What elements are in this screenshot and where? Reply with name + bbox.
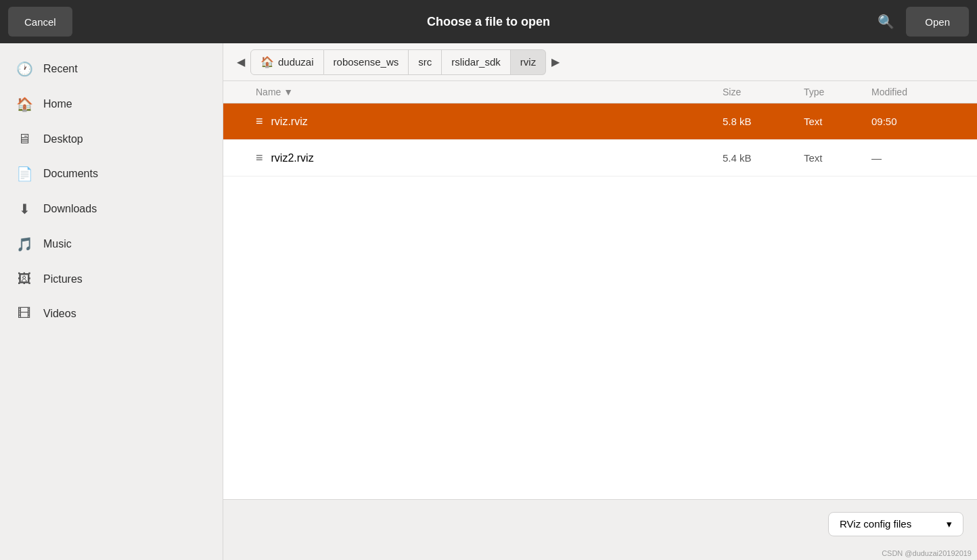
sidebar-item-documents[interactable]: 📄 Documents xyxy=(0,156,223,191)
file-modified-cell: — xyxy=(871,152,966,164)
desktop-icon: 🖥 xyxy=(16,131,32,147)
forward-button[interactable]: ▶ xyxy=(546,51,565,72)
content-area: ◀ 🏠 duduzai robosense_ws src rslidar_sdk… xyxy=(223,43,977,560)
open-button[interactable]: Open xyxy=(906,7,969,37)
back-button[interactable]: ◀ xyxy=(231,51,250,72)
sidebar-label-home: Home xyxy=(43,98,72,110)
column-modified-label: Modified xyxy=(871,87,907,97)
file-document-icon: ≡ xyxy=(256,114,263,129)
header-left: Cancel xyxy=(8,7,72,37)
sidebar-label-pictures: Pictures xyxy=(43,273,83,285)
breadcrumb-src-segment[interactable]: src xyxy=(409,49,442,75)
header-right: 🔍 Open xyxy=(871,7,969,37)
watermark: CSDN @duduzai20192019 xyxy=(223,548,977,560)
sidebar-label-videos: Videos xyxy=(43,308,76,320)
recent-icon: 🕐 xyxy=(16,61,32,77)
column-name-header[interactable]: Name ▼ xyxy=(256,87,723,97)
file-type-dropdown[interactable]: RViz config files ▾ xyxy=(828,512,963,536)
breadcrumb-home-label: duduzai xyxy=(278,56,314,68)
search-icon: 🔍 xyxy=(878,14,894,30)
sidebar-label-downloads: Downloads xyxy=(43,203,97,215)
sidebar-item-music[interactable]: 🎵 Music xyxy=(0,227,223,262)
breadcrumb-rslidar-segment[interactable]: rslidar_sdk xyxy=(442,49,511,75)
breadcrumb-rslidar-label: rslidar_sdk xyxy=(451,56,501,68)
file-modified-cell: 09:50 xyxy=(871,116,966,127)
breadcrumb-home-segment[interactable]: 🏠 duduzai xyxy=(250,49,324,75)
footer: RViz config files ▾ xyxy=(223,499,977,548)
documents-icon: 📄 xyxy=(16,166,32,182)
dropdown-chevron-icon: ▾ xyxy=(947,518,952,530)
column-size-header[interactable]: Size xyxy=(723,87,804,97)
table-row[interactable]: ≡ rviz.rviz 5.8 kB Text 09:50 xyxy=(223,103,977,140)
breadcrumb-robosense-label: robosense_ws xyxy=(334,56,399,68)
table-row[interactable]: ≡ rviz2.rviz 5.4 kB Text — xyxy=(223,140,977,177)
sidebar-label-documents: Documents xyxy=(43,168,98,180)
file-list-header: Name ▼ Size Type Modified xyxy=(223,81,977,103)
sidebar-item-videos[interactable]: 🎞 Videos xyxy=(0,296,223,331)
sidebar-item-recent[interactable]: 🕐 Recent xyxy=(0,51,223,87)
main-body: 🕐 Recent 🏠 Home 🖥 Desktop 📄 Documents ⬇ … xyxy=(0,43,977,560)
sidebar: 🕐 Recent 🏠 Home 🖥 Desktop 📄 Documents ⬇ … xyxy=(0,43,223,560)
home-icon: 🏠 xyxy=(16,96,32,112)
column-type-header[interactable]: Type xyxy=(804,87,871,97)
sort-icon: ▼ xyxy=(283,87,293,97)
sidebar-item-desktop[interactable]: 🖥 Desktop xyxy=(0,122,223,156)
search-button[interactable]: 🔍 xyxy=(871,7,901,37)
column-name-label: Name xyxy=(256,87,281,97)
breadcrumb-rviz-label: rviz xyxy=(520,56,536,68)
music-icon: 🎵 xyxy=(16,236,32,252)
sidebar-item-pictures[interactable]: 🖼 Pictures xyxy=(0,262,223,296)
file-dialog: Cancel Choose a file to open 🔍 Open 🕐 Re… xyxy=(0,0,977,560)
back-icon: ◀ xyxy=(237,55,245,68)
breadcrumb-robosense-segment[interactable]: robosense_ws xyxy=(324,49,409,75)
column-size-label: Size xyxy=(723,87,741,97)
cancel-button[interactable]: Cancel xyxy=(8,7,72,37)
file-type-label: RViz config files xyxy=(840,518,911,530)
dialog-title: Choose a file to open xyxy=(427,15,550,29)
file-size-cell: 5.8 kB xyxy=(723,116,804,127)
home-breadcrumb-icon: 🏠 xyxy=(260,55,274,68)
sidebar-item-downloads[interactable]: ⬇ Downloads xyxy=(0,191,223,227)
breadcrumb-bar: ◀ 🏠 duduzai robosense_ws src rslidar_sdk… xyxy=(223,43,977,81)
sidebar-item-home[interactable]: 🏠 Home xyxy=(0,87,223,122)
sidebar-label-music: Music xyxy=(43,238,72,250)
file-type-cell: Text xyxy=(804,152,871,164)
pictures-icon: 🖼 xyxy=(16,271,32,287)
breadcrumb-src-label: src xyxy=(418,56,432,68)
file-name-cell: ≡ rviz2.rviz xyxy=(256,151,723,165)
file-name-label: rviz2.rviz xyxy=(271,152,314,164)
sidebar-label-desktop: Desktop xyxy=(43,133,83,145)
file-name-label: rviz.rviz xyxy=(271,116,308,128)
forward-icon: ▶ xyxy=(551,55,560,68)
dialog-header: Cancel Choose a file to open 🔍 Open xyxy=(0,0,977,43)
file-type-cell: Text xyxy=(804,116,871,127)
file-list-container: Name ▼ Size Type Modified xyxy=(223,81,977,499)
file-name-cell: ≡ rviz.rviz xyxy=(256,114,723,129)
downloads-icon: ⬇ xyxy=(16,201,32,217)
breadcrumb-rviz-segment[interactable]: rviz xyxy=(511,49,546,75)
file-document-icon: ≡ xyxy=(256,151,263,165)
videos-icon: 🎞 xyxy=(16,306,32,321)
column-modified-header[interactable]: Modified xyxy=(871,87,966,97)
sidebar-label-recent: Recent xyxy=(43,63,78,75)
file-size-cell: 5.4 kB xyxy=(723,152,804,164)
column-type-label: Type xyxy=(804,87,824,97)
